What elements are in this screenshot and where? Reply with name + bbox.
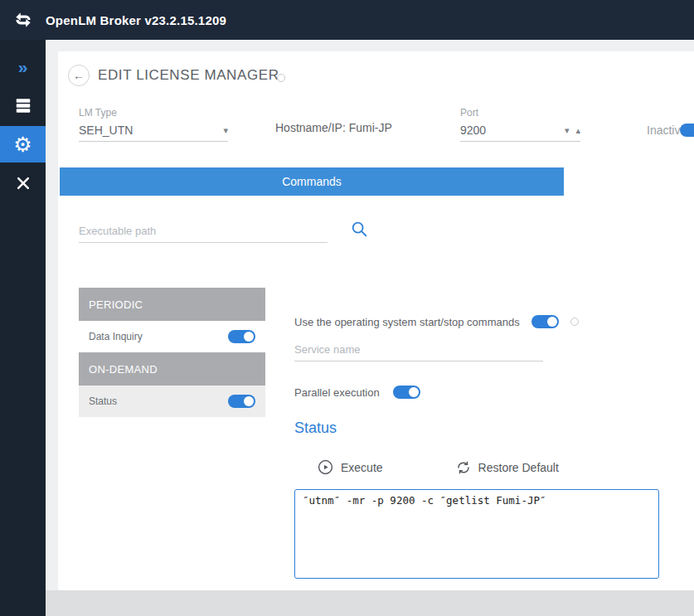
command-list: PERIODIC Data Inquiry ON-DEMAND Status (79, 288, 265, 417)
edit-license-manager-panel: ← EDIT LICENSE MANAGER LM Type SEH_UTN ▾… (58, 51, 694, 590)
parallel-execution-label: Parallel execution (294, 386, 380, 399)
openlm-logo-icon (12, 9, 34, 31)
execute-button[interactable]: Execute (318, 459, 383, 475)
chevrons-right-icon: » (18, 58, 28, 75)
back-button[interactable]: ← (68, 65, 90, 86)
title-status-circle-icon (277, 74, 285, 82)
service-name-field (294, 338, 543, 361)
play-circle-icon (318, 459, 333, 475)
lm-type-field: LM Type SEH_UTN ▾ (79, 107, 228, 142)
list-item-data-inquiry[interactable]: Data Inquiry (79, 321, 265, 352)
broker-window: OpenLM Broker v23.2.15.1209 » ⚙ ← EDIT L… (0, 0, 694, 616)
gear-icon: ⚙ (13, 134, 32, 155)
sidebar: » ⚙ (0, 40, 46, 616)
page-title: EDIT LICENSE MANAGER (98, 67, 279, 84)
periodic-header: PERIODIC (79, 288, 265, 321)
parallel-execution-toggle[interactable] (393, 386, 420, 399)
sidebar-item-broker-list[interactable] (0, 87, 46, 124)
status-section-heading: Status (294, 420, 337, 437)
tools-icon (15, 175, 32, 192)
refresh-icon (456, 460, 471, 475)
on-demand-header: ON-DEMAND (79, 352, 265, 386)
data-inquiry-toggle[interactable] (228, 330, 255, 343)
tab-bar: Commands (58, 167, 694, 196)
lm-type-value: SEH_UTN (79, 124, 133, 137)
top-bar: OpenLM Broker v23.2.15.1209 (0, 0, 694, 40)
back-arrow-icon: ← (73, 69, 85, 82)
os-commands-row: Use the operating system start/stop comm… (294, 315, 579, 328)
data-inquiry-label: Data Inquiry (89, 331, 143, 342)
sidebar-expand-button[interactable]: » (0, 48, 46, 85)
port-value: 9200 (460, 124, 486, 137)
status-toggle[interactable] (228, 395, 255, 408)
lm-type-select[interactable]: SEH_UTN ▾ (79, 124, 228, 142)
hostname-label: Hostname/IP: Fumi-JP (275, 121, 392, 134)
os-commands-circle-icon (570, 318, 579, 326)
parallel-execution-row: Parallel execution (294, 386, 420, 399)
restore-default-button[interactable]: Restore Default (456, 459, 559, 475)
sidebar-item-settings[interactable]: ⚙ (0, 126, 46, 162)
server-stack-icon (14, 96, 32, 114)
app-title: OpenLM Broker v23.2.15.1209 (46, 13, 226, 27)
chevron-down-icon[interactable]: ▾ (565, 125, 570, 136)
executable-path-field (79, 220, 328, 243)
port-field: Port 9200 ▾ ▴ (460, 107, 580, 142)
chevron-down-icon: ▾ (223, 125, 228, 136)
status-actions: Execute Restore Default (318, 459, 559, 475)
lm-type-label: LM Type (79, 107, 228, 119)
tab-commands[interactable]: Commands (60, 167, 564, 196)
port-label: Port (460, 107, 580, 119)
service-name-input[interactable] (294, 338, 543, 361)
os-commands-toggle[interactable] (531, 315, 559, 328)
executable-path-input[interactable] (79, 220, 328, 243)
bottom-scroll-area[interactable] (46, 590, 694, 616)
list-item-status[interactable]: Status (79, 386, 265, 417)
inactive-toggle[interactable] (680, 124, 694, 137)
chevron-up-icon[interactable]: ▴ (575, 125, 580, 136)
port-select[interactable]: 9200 ▾ ▴ (460, 124, 580, 142)
status-row-label: Status (89, 395, 117, 407)
search-icon[interactable] (350, 220, 368, 238)
status-command-textarea[interactable]: ″utnm″ -mr -p 9200 -c ″getlist Fumi-JP″ (294, 489, 659, 579)
sidebar-item-tools[interactable] (0, 165, 46, 201)
os-commands-label: Use the operating system start/stop comm… (294, 316, 520, 328)
